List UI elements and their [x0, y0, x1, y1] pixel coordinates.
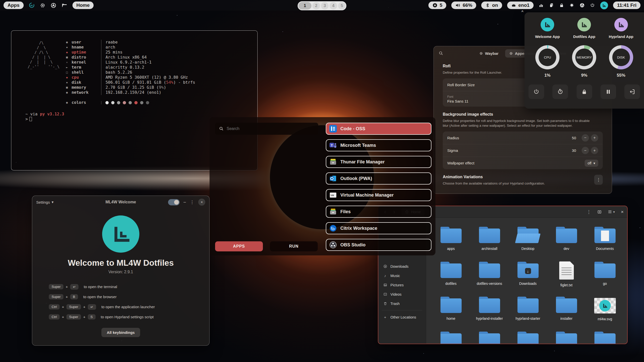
logout-button[interactable]	[624, 84, 640, 99]
app-item-thunar[interactable]: Thunar File Manager	[326, 156, 431, 168]
file-item-archinstall[interactable]: archinstall	[472, 226, 507, 261]
file-item-hyprland-installer[interactable]: hyprland-installer	[472, 296, 507, 331]
ai-icon[interactable]: AI	[29, 2, 35, 8]
search-input[interactable]	[227, 126, 314, 131]
volume-pill[interactable]: 66%	[451, 2, 476, 9]
stats-icon[interactable]	[539, 3, 544, 8]
file-item-apps[interactable]: apps	[433, 226, 469, 261]
file-item-home[interactable]: home	[433, 296, 469, 331]
radius-row: Radius 50 − +	[443, 131, 603, 144]
sidebar-item-pictures[interactable]: Pictures	[380, 280, 424, 290]
menu-dots-icon[interactable]: ⋮	[190, 200, 194, 205]
menu-dots-icon[interactable]: ⋮	[587, 209, 591, 215]
ml4w-logo-icon	[541, 18, 554, 31]
reboot-button[interactable]	[552, 84, 568, 99]
chrome-icon[interactable]	[51, 3, 56, 8]
file-item-dev[interactable]: dev	[549, 226, 584, 261]
power-icon[interactable]	[590, 3, 595, 8]
app-item-outlook[interactable]: Outlook (PWA)	[326, 172, 431, 185]
wallpaper-effect-dropdown[interactable]: off ▾	[585, 160, 598, 167]
app-item-citrix[interactable]: Citrix Workspace	[326, 222, 431, 234]
sidebar-item-videos[interactable]: Videos	[380, 290, 424, 299]
apps-mode-button[interactable]: APPS	[215, 241, 263, 251]
app-item-files[interactable]: Files	[326, 206, 431, 218]
file-item-hyprland-starter[interactable]: hyprland-starter	[510, 296, 546, 331]
hyprland-app-shortcut[interactable]: Hyprland App	[603, 18, 639, 39]
close-icon[interactable]: ×	[621, 209, 624, 215]
welcome-app-shortcut[interactable]: Welcome App	[529, 18, 566, 39]
hyprland-star-icon[interactable]	[569, 3, 574, 8]
app-item-code-oss[interactable]: Code - OSS	[326, 123, 431, 135]
ml4w-logo-icon[interactable]	[600, 2, 608, 9]
downloads-folder-icon: ↓	[517, 263, 539, 278]
obs-icon[interactable]	[580, 3, 585, 8]
file-item-dotfiles-versions[interactable]: dotfiles-versions	[472, 261, 507, 296]
fetch-row-cpu: ◆ cpu AMD Ryzen 5 3600XT (12) @ 3.80 GHz	[66, 75, 195, 80]
workspace-1[interactable]: 1	[298, 2, 311, 10]
file-item-go[interactable]: go	[587, 261, 623, 296]
sidebar-item-trash[interactable]: Trash	[380, 299, 424, 308]
settings-menu-button[interactable]: Settings ▾	[36, 200, 54, 204]
app-item-teams[interactable]: T Microsoft Teams	[326, 139, 431, 151]
gear-icon[interactable]	[40, 3, 46, 8]
view-toggle[interactable]: ▾	[608, 210, 615, 214]
sigma-increment-button[interactable]: +	[591, 147, 598, 154]
clock-pill[interactable]: 11:41 Fri	[613, 2, 640, 9]
all-keybindings-button[interactable]: All keybindings	[101, 328, 140, 337]
user-icon: ●	[66, 40, 71, 45]
ml4w-welcome-window: Settings ▾ ML4W Welcome – ⋮ × Welcome to…	[32, 196, 210, 346]
app-item-obs[interactable]: OBS Studio	[326, 239, 431, 251]
file-item-partial[interactable]	[510, 331, 546, 344]
cpu-icon: ◆	[66, 75, 71, 80]
file-item-partial[interactable]	[472, 331, 507, 344]
home-button-label: Home	[76, 3, 90, 8]
file-item-documents[interactable]: Documents	[587, 226, 623, 261]
dotfiles-app-shortcut[interactable]: Dotfiles App	[566, 18, 602, 39]
file-item-figlet[interactable]: figlet.txt	[549, 261, 584, 296]
network-pill[interactable]: eno1	[507, 2, 534, 9]
bluetooth-pill[interactable]: on	[481, 2, 502, 9]
workspace-5[interactable]: 5	[338, 2, 346, 10]
radius-increment-button[interactable]: +	[591, 134, 598, 142]
apps-button[interactable]: Apps	[4, 2, 24, 9]
workspace-2[interactable]: 2	[312, 2, 320, 10]
run-mode-button[interactable]: RUN	[270, 241, 318, 251]
app-item-virt-manager[interactable]: VM Virtual Machine Manager	[326, 189, 431, 201]
cpu-gauge-value: 1%	[529, 73, 566, 78]
sidebar-item-downloads[interactable]: Downloads	[380, 262, 424, 271]
file-item-downloads[interactable]: ↓ Downloads	[510, 261, 546, 296]
lock-icon[interactable]	[559, 3, 564, 8]
tab-waybar[interactable]: Waybar	[475, 49, 503, 58]
sidebar-item-other-locations[interactable]: + Other Locations	[380, 312, 424, 322]
folder-icon	[440, 229, 462, 243]
updates-pill[interactable]: 5	[428, 2, 447, 9]
folder-icon[interactable]	[61, 2, 67, 8]
file-item-dotfiles[interactable]: dotfiles	[433, 261, 469, 296]
file-item-desktop[interactable]: Desktop	[510, 226, 546, 261]
workspace-4[interactable]: 4	[330, 2, 337, 10]
cpu-gauge: CPU 1%	[529, 45, 566, 78]
file-item-ml4w-svg[interactable]: ml4w.svg	[587, 296, 623, 331]
rofi-search-field[interactable]	[215, 123, 318, 135]
lock-button[interactable]	[577, 84, 592, 99]
clipboard-icon[interactable]	[549, 3, 554, 8]
animation-menu-button[interactable]: ⋮	[594, 175, 603, 185]
suspend-button[interactable]	[600, 84, 616, 99]
sigma-decrement-button[interactable]: −	[582, 147, 589, 154]
file-item-partial[interactable]	[587, 331, 623, 344]
file-item-installer[interactable]: installer	[549, 296, 584, 331]
file-item-partial[interactable]	[433, 331, 469, 344]
disk-gauge-value: 55%	[603, 73, 639, 78]
workspace-3[interactable]: 3	[321, 2, 329, 10]
shutdown-button[interactable]	[529, 84, 544, 99]
distro-icon: ■	[66, 55, 71, 60]
home-button[interactable]: Home	[72, 2, 94, 9]
radius-decrement-button[interactable]: −	[582, 134, 589, 142]
file-item-partial[interactable]	[549, 331, 584, 344]
close-icon[interactable]: ×	[198, 199, 205, 206]
minimize-icon[interactable]: –	[184, 200, 186, 205]
new-tab-icon[interactable]	[597, 210, 602, 214]
autostart-toggle[interactable]	[168, 199, 180, 205]
folder-icon	[479, 333, 500, 344]
sidebar-item-music[interactable]: ♪ Music	[380, 271, 424, 280]
